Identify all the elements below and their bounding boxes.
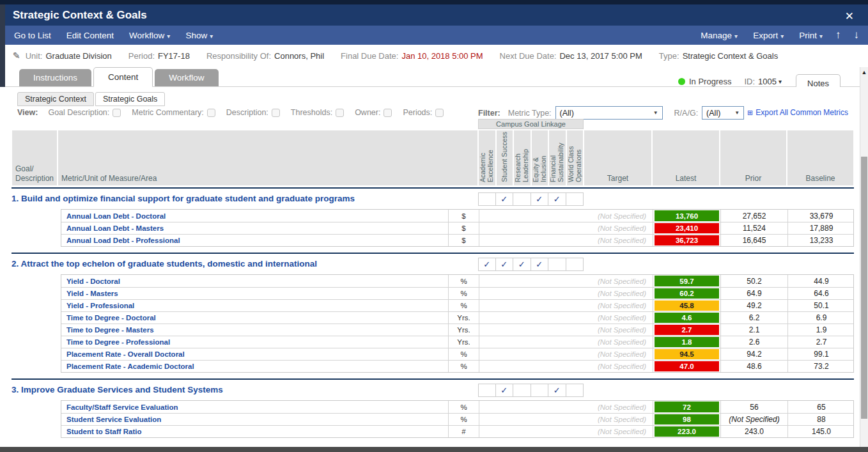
linkage-checkbox[interactable]: [566, 258, 584, 271]
subtab-strategic-context[interactable]: Strategic Context: [17, 92, 94, 106]
goal-linkage-checks: ✓✓✓✓: [478, 258, 584, 271]
metric-name-link[interactable]: Placement Rate - Overall Doctoral: [61, 348, 448, 360]
metric-name-link[interactable]: Placement Rate - Academic Doctoral: [61, 361, 448, 372]
linkage-checkbox[interactable]: ✓: [478, 258, 496, 271]
linkage-checkbox[interactable]: [566, 192, 584, 206]
metric-baseline: 2.7: [787, 336, 855, 348]
close-icon[interactable]: ✕: [841, 8, 858, 24]
linkage-checkbox[interactable]: ✓: [496, 192, 514, 206]
export-all-common-metrics-link[interactable]: ⊞Export All Common Metrics: [747, 108, 848, 117]
rotated-header-label: Student Success: [501, 132, 509, 182]
metric-unit: %: [448, 348, 479, 360]
table-row: Time to Degree - DoctoralYrs.(Not Specif…: [61, 311, 853, 323]
linkage-checkbox[interactable]: [513, 192, 531, 206]
menu-item-workflow[interactable]: Workflow▾: [129, 31, 170, 40]
metric-name-link[interactable]: Time to Degree - Doctoral: [61, 312, 448, 323]
menu-item-go-to-list[interactable]: Go to List: [14, 31, 51, 40]
metric-name-link[interactable]: Yield - Doctoral: [61, 275, 448, 287]
metric-name-link[interactable]: Student to Staff Ratio: [61, 426, 448, 437]
linkage-checkbox[interactable]: ✓: [531, 192, 549, 206]
metric-name-link[interactable]: Yield - Masters: [61, 288, 448, 299]
tab-content[interactable]: Content: [93, 67, 153, 87]
linkage-checkbox[interactable]: ✓: [513, 258, 531, 271]
metric-latest: 1.8: [653, 336, 720, 348]
col-header-student-success: Student Success: [496, 130, 514, 186]
info-field-value: Jan 10, 2018 5:00 PM: [401, 51, 483, 61]
col-header-goal-description: Goal/Description: [12, 130, 58, 186]
metric-name-link[interactable]: Time to Degree - Masters: [61, 324, 448, 336]
linkage-checkbox[interactable]: ✓: [548, 192, 566, 206]
linkage-checkbox[interactable]: [548, 258, 566, 271]
metric-baseline: 50.1: [787, 300, 855, 311]
subtab-strip: Strategic ContextStrategic Goals: [17, 92, 166, 106]
view-option-label: Goal Description:: [48, 108, 109, 117]
subtab-strategic-goals[interactable]: Strategic Goals: [95, 92, 165, 106]
metric-prior: 64.9: [720, 288, 787, 299]
nav-up-icon[interactable]: ↑: [835, 29, 841, 42]
metric-name-link[interactable]: Annual Load Debt - Professional: [61, 235, 448, 246]
metric-latest-value: 13,760: [655, 210, 719, 221]
dropdown-arrow-icon: ▼: [734, 110, 740, 116]
scroll-up-icon[interactable]: ▲: [860, 67, 868, 77]
metric-latest: 45.8: [653, 300, 720, 311]
metric-type-value: (All): [560, 109, 648, 118]
metric-name-link[interactable]: Faculty/Staff Service Evaluation: [61, 401, 448, 413]
menu-item-show[interactable]: Show▾: [185, 31, 213, 40]
metric-target: (Not Specified): [479, 210, 653, 222]
info-field-label: Next Due Date:: [500, 51, 557, 61]
linkage-checkbox[interactable]: ✓: [496, 384, 514, 397]
metric-name-link[interactable]: Annual Loan Debt - Masters: [61, 222, 448, 234]
metric-name-link[interactable]: Yield - Professional: [61, 300, 448, 311]
linkage-checkbox[interactable]: [566, 384, 584, 397]
id-caret-icon[interactable]: ▾: [779, 78, 782, 85]
vertical-scrollbar[interactable]: ▲: [860, 67, 868, 447]
view-option: Thresholds:: [291, 108, 344, 117]
menu-item-print[interactable]: Print▾: [799, 31, 823, 40]
metric-name-link[interactable]: Time to Degree - Professional: [61, 336, 448, 348]
metric-type-select[interactable]: (All) ▼: [555, 106, 663, 120]
metric-latest: 94.5: [653, 348, 720, 360]
rag-label: R/A/G:: [674, 109, 699, 118]
metric-baseline: 64.6: [787, 288, 855, 299]
metrics-table: Campus Goal Linkage Goal/Description Met…: [12, 119, 854, 452]
rag-select[interactable]: (All) ▼: [702, 106, 744, 120]
nav-down-icon[interactable]: ↓: [854, 29, 860, 42]
view-option-checkbox[interactable]: [112, 109, 121, 117]
id-value[interactable]: 1005: [758, 77, 777, 86]
linkage-checkbox[interactable]: [531, 384, 549, 397]
scrollbar-thumb[interactable]: [861, 157, 867, 419]
view-option-checkbox[interactable]: [336, 109, 344, 117]
view-option-checkbox[interactable]: [272, 109, 280, 117]
menu-item-export[interactable]: Export▾: [753, 31, 784, 40]
view-option-label: Owner:: [355, 108, 380, 117]
metric-name-link[interactable]: Annual Loan Debt - Doctoral: [61, 210, 448, 222]
metric-baseline: 6.9: [787, 312, 855, 323]
metric-latest-value: 23,410: [655, 223, 719, 233]
metric-prior: 94.2: [720, 348, 787, 360]
goal-linkage-checks: ✓✓✓: [478, 192, 584, 206]
status-dot-icon: [678, 78, 685, 85]
view-option-checkbox[interactable]: [384, 109, 392, 117]
linkage-checkbox[interactable]: ✓: [531, 258, 549, 271]
linkage-checkbox[interactable]: [513, 384, 531, 397]
view-option-checkbox[interactable]: [207, 109, 215, 117]
metric-unit: Yrs.: [448, 324, 479, 336]
tab-workflow[interactable]: Workflow: [155, 69, 218, 86]
col-header-target: Target: [584, 130, 652, 186]
view-option-label: Thresholds:: [291, 108, 332, 117]
table-row: Time to Degree - MastersYrs.(Not Specifi…: [61, 323, 853, 336]
metric-unit: %: [448, 300, 479, 311]
menu-item-manage[interactable]: Manage▾: [701, 31, 738, 40]
linkage-checkbox[interactable]: [478, 384, 496, 397]
linkage-checkbox[interactable]: ✓: [496, 258, 514, 271]
tab-instructions[interactable]: Instructions: [19, 69, 91, 86]
menu-item-edit-content[interactable]: Edit Content: [66, 31, 114, 40]
metric-name-link[interactable]: Student Service Evaluation: [61, 414, 448, 425]
linkage-checkbox[interactable]: [478, 192, 496, 206]
metric-target: (Not Specified): [479, 235, 653, 246]
view-option-checkbox[interactable]: [435, 109, 444, 117]
metric-latest-value: 72: [655, 401, 719, 412]
info-field-label: Unit:: [26, 51, 43, 61]
edit-pencil-icon[interactable]: ✎: [13, 51, 20, 61]
linkage-checkbox[interactable]: ✓: [548, 384, 566, 397]
